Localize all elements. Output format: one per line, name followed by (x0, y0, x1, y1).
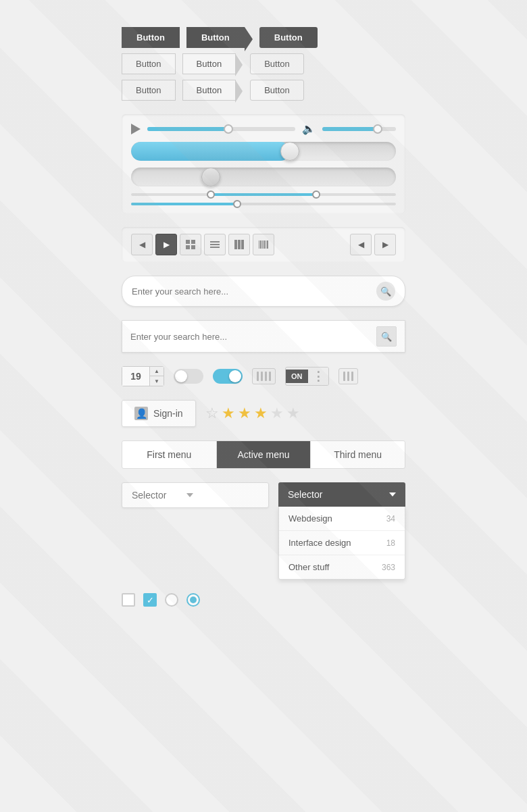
main-container: Button Button Button Button Button Butto… (122, 27, 405, 785)
light-arrow-button-alt-2[interactable]: Button (182, 80, 236, 101)
dark-rect-button-3[interactable]: Button (259, 27, 318, 48)
number-arrows: ▲ ▼ (149, 367, 164, 386)
play-button[interactable]: ▶ (155, 234, 177, 255)
signin-label: Sign-in (153, 408, 183, 419)
button-row-1: Button Button Button (122, 27, 405, 48)
svg-rect-13 (264, 240, 265, 249)
selector-dark-container: Selector Webdesign 34 Interface design 1… (278, 482, 405, 580)
search-box-rounded: 🔍 (122, 276, 405, 307)
number-down-arrow[interactable]: ▼ (150, 376, 164, 386)
user-icon: 👤 (134, 407, 148, 420)
checkbox-checked[interactable]: ✓ (143, 593, 157, 607)
dropdown-item-1-label: Webdesign (288, 513, 332, 524)
dots-indicator-2[interactable] (338, 368, 358, 384)
radio-inner-dot (190, 597, 197, 603)
next-button[interactable]: ▶ (374, 234, 396, 255)
svg-rect-8 (238, 240, 241, 249)
dropdown-item-2-count: 18 (386, 538, 395, 548)
volume-icon: 🔈 (302, 122, 316, 135)
svg-rect-11 (260, 240, 261, 249)
buttons-section: Button Button Button Button Button Butto… (122, 27, 405, 101)
light-button-alt-1[interactable]: Button (122, 80, 176, 101)
thin-single-slider[interactable] (131, 203, 396, 205)
slider-track-2[interactable] (322, 127, 396, 131)
dropdown-item-1-count: 34 (386, 514, 395, 524)
search-box-rect: 🔍 (122, 320, 405, 353)
light-rect-button-alt-3[interactable]: Button (250, 80, 304, 101)
star-3[interactable]: ★ (254, 405, 268, 422)
dots-indicator[interactable] (252, 368, 276, 384)
dropdown-item-2[interactable]: Interface design 18 (279, 531, 405, 555)
radio-checked[interactable] (186, 593, 200, 607)
signin-button[interactable]: 👤 Sign-in (122, 400, 196, 427)
chevron-down-icon-dark (389, 492, 396, 497)
slider-track-1[interactable] (147, 127, 295, 131)
svg-rect-5 (210, 244, 220, 245)
star-1[interactable]: ★ (222, 405, 235, 422)
toggle-switch-on[interactable] (213, 369, 243, 384)
dropdown-item-1[interactable]: Webdesign 34 (279, 507, 405, 531)
svg-rect-4 (210, 241, 220, 243)
toggle-knob-on (229, 370, 241, 382)
sliders-section: 🔈 (122, 114, 405, 213)
svg-rect-12 (262, 240, 263, 249)
prev-button[interactable]: ◀ (131, 234, 153, 255)
svg-rect-6 (210, 247, 220, 248)
stars-rating: ☆ ★ ★ ★ ★ ★ (205, 405, 300, 422)
star-5[interactable]: ★ (286, 405, 300, 422)
prev-button-2[interactable]: ◀ (350, 234, 372, 255)
thin-double-slider[interactable] (131, 193, 396, 196)
search-button-rounded[interactable]: 🔍 (376, 282, 395, 301)
checks-radios-section: ✓ (122, 593, 405, 620)
search-input-rect[interactable] (130, 332, 376, 342)
button-row-2: Button Button Button (122, 53, 405, 74)
search-button-rect[interactable]: 🔍 (376, 326, 397, 347)
dropdown-item-3[interactable]: Other stuff 363 (279, 555, 405, 579)
list-view-button[interactable] (204, 234, 226, 255)
search-input-rounded[interactable] (132, 286, 376, 297)
controls-section: 19 ▲ ▼ ON ⋮ (122, 366, 405, 386)
big-slider-blue[interactable] (131, 142, 396, 161)
star-2[interactable]: ★ (238, 405, 251, 422)
dropdown-item-3-label: Other stuff (288, 562, 329, 572)
svg-rect-2 (186, 245, 190, 249)
number-input: 19 ▲ ▼ (122, 366, 164, 386)
selectors-section: Selector Selector Webdesign 34 Interface… (122, 482, 405, 580)
dark-arrow-button-2[interactable]: Button (186, 27, 245, 48)
radio-unchecked[interactable] (165, 593, 178, 607)
selector-dark[interactable]: Selector (278, 482, 405, 507)
button-row-3: Button Button Button (122, 80, 405, 101)
selector-plain[interactable]: Selector (122, 482, 269, 508)
svg-rect-10 (259, 240, 259, 249)
selector-dark-label: Selector (288, 489, 322, 500)
star-outline[interactable]: ☆ (205, 405, 219, 422)
tab-menu: First menu Active menu Third menu (122, 440, 405, 469)
number-field[interactable]: 19 (122, 367, 149, 386)
light-button-1[interactable]: Button (122, 53, 176, 74)
svg-rect-7 (234, 240, 237, 249)
tab-first-menu[interactable]: First menu (122, 441, 217, 468)
media-controls-section: ◀ ▶ (122, 227, 405, 262)
chevron-down-icon-plain (186, 493, 193, 497)
dropdown-item-3-count: 363 (382, 563, 395, 572)
number-up-arrow[interactable]: ▲ (150, 367, 164, 376)
light-rect-button-3[interactable]: Button (250, 53, 304, 74)
tab-active-menu[interactable]: Active menu (217, 441, 311, 468)
toggle-switch-off[interactable] (174, 369, 203, 384)
columns-view-button[interactable] (228, 234, 250, 255)
grid-view-button[interactable] (180, 234, 201, 255)
big-slider-grey[interactable] (131, 168, 396, 186)
play-icon[interactable] (131, 124, 141, 134)
toggle-knob-off (175, 370, 187, 382)
light-arrow-button-2[interactable]: Button (182, 53, 236, 74)
svg-rect-9 (241, 240, 244, 249)
dark-button-1[interactable]: Button (122, 27, 180, 48)
checkbox-unchecked[interactable] (122, 593, 135, 607)
tab-third-menu[interactable]: Third menu (311, 441, 405, 468)
barcode-view-button[interactable] (253, 234, 274, 255)
dropdown-item-2-label: Interface design (288, 538, 351, 548)
svg-rect-15 (267, 240, 268, 249)
on-off-toggle[interactable]: ON ⋮ (285, 367, 329, 386)
svg-rect-0 (186, 240, 190, 244)
star-4[interactable]: ★ (270, 405, 284, 422)
